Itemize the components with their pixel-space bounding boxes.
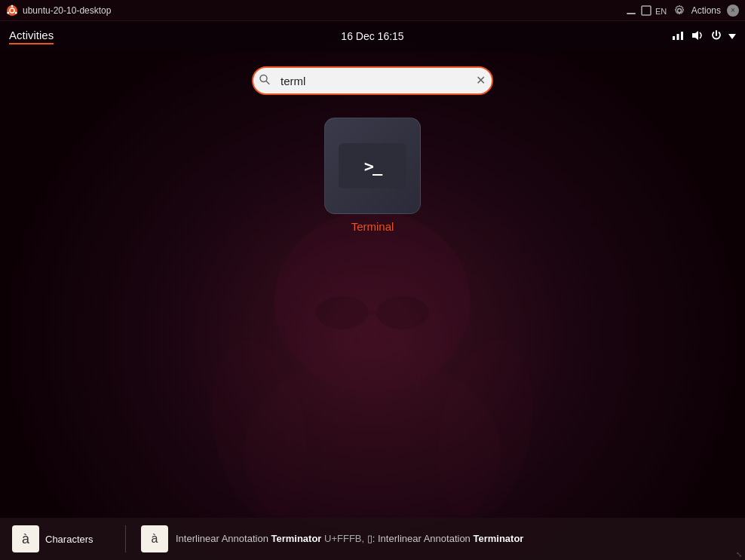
close-button[interactable]: × xyxy=(727,5,739,17)
svg-point-8 xyxy=(677,8,681,12)
svg-rect-9 xyxy=(673,36,675,40)
annot-before: Interlinear Annotation xyxy=(176,533,271,544)
datetime-display: 16 Dec 16:15 xyxy=(341,30,403,42)
bottom-results-bar: à Characters à Interlinear Annotation Te… xyxy=(0,518,745,560)
search-input[interactable] xyxy=(281,75,464,87)
characters-app-label: Characters xyxy=(45,534,94,545)
annot-after: : Interlinear Annotation xyxy=(372,533,474,544)
actions-button[interactable]: Actions xyxy=(688,5,724,16)
characters-app-result[interactable]: à Characters xyxy=(12,525,110,552)
annot-highlight2: Terminator xyxy=(473,533,523,544)
activities-bar: Activities 16 Dec 16:15 xyxy=(0,21,745,51)
maximize-icon[interactable] xyxy=(640,5,652,17)
svg-point-4 xyxy=(7,11,9,14)
terminal-icon-inner: >_ xyxy=(339,143,406,188)
app-result-label: Terminal xyxy=(351,220,394,233)
top-bar-left: ubuntu-20-10-desktop xyxy=(6,5,111,17)
main-content: ✕ >_ Terminal xyxy=(0,51,745,560)
dropdown-icon[interactable] xyxy=(728,30,736,42)
minimize-icon[interactable] xyxy=(625,5,637,17)
svg-point-2 xyxy=(11,5,14,7)
power-icon[interactable] xyxy=(710,29,722,44)
characters-app-icon: à xyxy=(12,525,39,552)
search-icon xyxy=(259,75,270,87)
search-bar: ✕ xyxy=(252,66,493,95)
app-result-terminal: >_ Terminal xyxy=(324,118,421,233)
svg-line-23 xyxy=(266,81,269,84)
svg-marker-12 xyxy=(692,31,698,40)
search-container: ✕ xyxy=(252,66,493,95)
resize-handle[interactable]: ⤡ xyxy=(736,550,742,558)
annot-code: U+FFFB, xyxy=(324,533,364,544)
window-title: ubuntu-20-10-desktop xyxy=(23,5,111,16)
annotation-text: Interlinear Annotation Terminator U+FFFB… xyxy=(176,532,523,546)
annot-highlight1: Terminator xyxy=(271,533,321,544)
settings-icon[interactable] xyxy=(673,5,685,17)
system-top-bar: ubuntu-20-10-desktop EN Actions × xyxy=(0,0,745,21)
annot-box: ▯ xyxy=(367,533,372,544)
annotation-result[interactable]: à Interlinear Annotation Terminator U+FF… xyxy=(141,525,733,552)
terminal-app-icon[interactable]: >_ xyxy=(324,118,421,214)
search-clear-button[interactable]: ✕ xyxy=(476,75,486,87)
system-icons xyxy=(671,29,736,44)
activities-button[interactable]: Activities xyxy=(9,29,54,44)
volume-icon[interactable] xyxy=(691,30,704,43)
svg-marker-13 xyxy=(728,34,736,39)
svg-rect-10 xyxy=(677,34,679,40)
svg-rect-6 xyxy=(642,6,651,15)
network-icon[interactable] xyxy=(671,30,685,43)
top-bar-right: EN Actions × xyxy=(625,5,739,17)
keyboard-icon: EN xyxy=(655,5,670,17)
svg-rect-5 xyxy=(627,13,636,14)
ubuntu-logo-icon xyxy=(6,5,18,17)
annotation-icon: à xyxy=(141,525,168,552)
svg-rect-11 xyxy=(681,32,683,40)
svg-point-3 xyxy=(15,11,17,14)
result-divider xyxy=(125,525,126,552)
svg-text:EN: EN xyxy=(655,7,667,16)
